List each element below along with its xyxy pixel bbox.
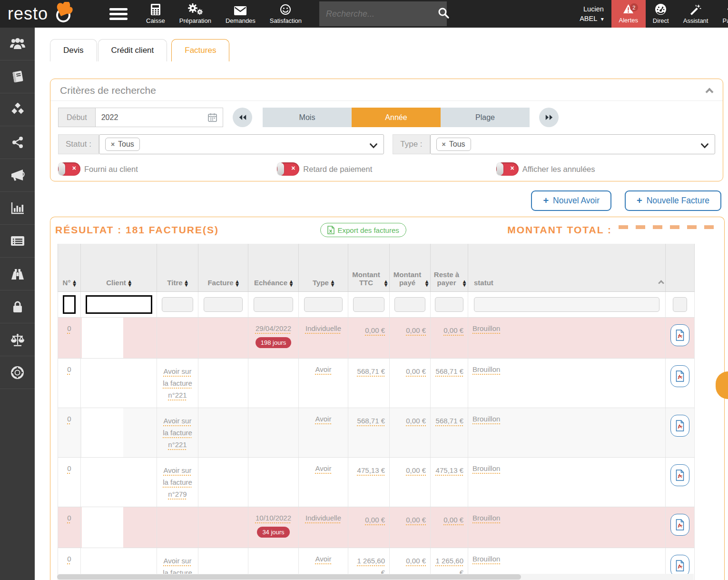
sidebar-item-partage[interactable]	[0, 126, 35, 159]
sidebar-item-clients[interactable]	[0, 28, 35, 60]
cell-link-type[interactable]: Avoir	[315, 464, 332, 472]
cell-link-type[interactable]: Avoir	[315, 365, 332, 373]
pdf-download-button[interactable]	[670, 324, 689, 346]
cell-link-type[interactable]: Individuelle	[305, 514, 341, 522]
statut-select[interactable]: × Tous	[99, 134, 384, 154]
col-header-reste[interactable]: Reste à payer▴▾	[431, 244, 468, 291]
collapse-chevron-up-icon[interactable]	[706, 88, 714, 96]
app-logo[interactable]: resto	[0, 4, 93, 24]
pdf-download-button[interactable]	[670, 514, 689, 536]
tab-credit-client[interactable]: Crédit client	[98, 39, 167, 61]
cell-link-no[interactable]: 0	[67, 415, 71, 423]
col-header-echeance[interactable]: Echéance▴▾	[248, 244, 299, 291]
toggle-off-switch[interactable]: ×	[496, 162, 519, 176]
nav-item-preparation[interactable]: Préparation	[179, 4, 211, 24]
cell-link-statut[interactable]: Brouillon	[472, 555, 500, 563]
col-header-titre[interactable]: Titre▴▾	[157, 244, 198, 291]
cell-link-titre[interactable]: Avoir sur la facture n°279	[163, 466, 192, 498]
cell-link-statut[interactable]: Brouillon	[472, 415, 500, 423]
export-invoices-button[interactable]: Export des factures	[320, 223, 406, 237]
sidebar-item-support[interactable]	[0, 356, 35, 389]
previous-period-button[interactable]	[233, 108, 252, 127]
cell-link-statut[interactable]: Brouillon	[472, 365, 500, 373]
nav-item-satisfaction[interactable]: Satisfaction	[270, 4, 302, 24]
cell-link-no[interactable]: 0	[67, 514, 71, 522]
cell-link-statut[interactable]: Brouillon	[472, 514, 500, 522]
new-invoice-button[interactable]: + Nouvelle Facture	[625, 190, 721, 211]
cell-link-montant_paye[interactable]: 0,00 €	[406, 516, 426, 524]
cell-link-type[interactable]: Avoir	[315, 415, 332, 423]
filter-input-pdf[interactable]	[673, 297, 687, 312]
cell-link-montant_paye[interactable]: 0,00 €	[406, 466, 426, 474]
sort-updown-icon[interactable]: ▴▾	[425, 280, 428, 287]
nav-item-direct[interactable]: Direct	[653, 4, 669, 24]
sort-updown-icon[interactable]: ▴▾	[236, 280, 239, 287]
sort-updown-icon[interactable]: ▴▾	[290, 280, 293, 287]
sort-updown-icon[interactable]: ▴▾	[185, 280, 188, 287]
cell-link-montant_paye[interactable]: 0,00 €	[406, 417, 426, 425]
filter-input-type[interactable]	[304, 297, 343, 312]
filter-input-client[interactable]	[86, 295, 152, 314]
cell-link-no[interactable]: 0	[67, 464, 71, 472]
tab-devis[interactable]: Devis	[50, 39, 97, 61]
cell-link-echeance[interactable]: 29/04/2022	[256, 324, 291, 332]
search-icon[interactable]	[437, 7, 450, 21]
calendar-icon[interactable]	[202, 108, 223, 127]
cell-link-type[interactable]: Avoir	[315, 555, 332, 563]
col-header-montant_ttc[interactable]: Montant TTC▴▾	[348, 244, 390, 291]
period-button-plage[interactable]: Plage	[441, 108, 530, 127]
nav-item-assistant[interactable]: Assistant	[683, 4, 708, 24]
filter-input-titre[interactable]	[162, 297, 193, 312]
cell-link-montant_ttc[interactable]: 475,13 €	[357, 466, 385, 474]
sidebar-item-comptabilite[interactable]	[0, 323, 35, 356]
sidebar-item-recherche-avancee[interactable]	[0, 258, 35, 290]
cell-link-montant_paye[interactable]: 0,00 €	[406, 326, 426, 334]
sidebar-item-listes[interactable]	[0, 225, 35, 258]
sort-updown-icon[interactable]: ▴▾	[73, 280, 76, 287]
hamburger-menu-icon[interactable]	[109, 6, 128, 22]
pdf-download-button[interactable]	[670, 415, 689, 437]
sidebar-item-securite[interactable]	[0, 290, 35, 323]
cell-link-montant_paye[interactable]: 0,00 €	[406, 367, 426, 375]
col-header-facture[interactable]: Facture▴▾	[198, 244, 248, 291]
new-credit-note-button[interactable]: + Nouvel Avoir	[531, 190, 611, 211]
cell-link-type[interactable]: Individuelle	[305, 324, 341, 332]
type-select[interactable]: × Tous	[430, 134, 715, 154]
cell-link-no[interactable]: 0	[67, 324, 71, 332]
cell-link-statut[interactable]: Brouillon	[472, 464, 500, 472]
pdf-download-button[interactable]	[670, 365, 689, 387]
tab-factures[interactable]: Factures	[171, 39, 229, 61]
pdf-download-button[interactable]	[670, 555, 689, 577]
cell-link-no[interactable]: 0	[67, 365, 71, 373]
cell-link-no[interactable]: 0	[67, 555, 71, 563]
nav-item-parametres[interactable]: Paramè	[722, 4, 728, 24]
nav-item-demandes[interactable]: Demandes	[226, 4, 256, 24]
nav-item-caisse[interactable]: Caisse	[146, 4, 165, 24]
col-header-no[interactable]: N°▴▾	[58, 244, 81, 291]
cell-link-montant_ttc[interactable]: 0,00 €	[365, 516, 385, 524]
toggle-off-switch[interactable]: ×	[277, 162, 299, 176]
cell-link-montant_ttc[interactable]: 568,71 €	[357, 367, 385, 375]
sort-updown-icon[interactable]: ▴▾	[463, 280, 466, 287]
remove-token-icon[interactable]: ×	[442, 140, 446, 148]
nav-item-alertes[interactable]: 2 Alertes	[611, 0, 646, 28]
cell-link-reste[interactable]: 0,00 €	[443, 326, 463, 334]
cell-link-montant_ttc[interactable]: 0,00 €	[365, 326, 385, 334]
period-button-mois[interactable]: Mois	[263, 108, 352, 127]
sort-updown-icon[interactable]: ▴▾	[384, 280, 387, 287]
col-header-montant_paye[interactable]: Montant payé▴▾	[390, 244, 431, 291]
cell-link-titre[interactable]: Avoir sur la facture n°221	[163, 367, 192, 399]
cell-link-reste[interactable]: 475,13 €	[436, 466, 463, 474]
col-header-statut[interactable]: statut	[468, 244, 666, 291]
filter-input-no[interactable]	[63, 295, 76, 314]
cell-link-reste[interactable]: 568,71 €	[436, 417, 463, 425]
toggle-off-switch[interactable]: ×	[58, 162, 80, 176]
cell-link-montant_ttc[interactable]: 568,71 €	[357, 417, 385, 425]
sort-updown-icon[interactable]: ▴▾	[331, 280, 334, 287]
sort-asc-chevron-icon[interactable]	[658, 280, 664, 286]
col-header-client[interactable]: Client▴▾	[81, 244, 157, 291]
search-input[interactable]	[326, 9, 437, 19]
cell-link-statut[interactable]: Brouillon	[472, 324, 500, 332]
col-header-type[interactable]: Type▴▾	[299, 244, 348, 291]
remove-token-icon[interactable]: ×	[111, 140, 115, 148]
